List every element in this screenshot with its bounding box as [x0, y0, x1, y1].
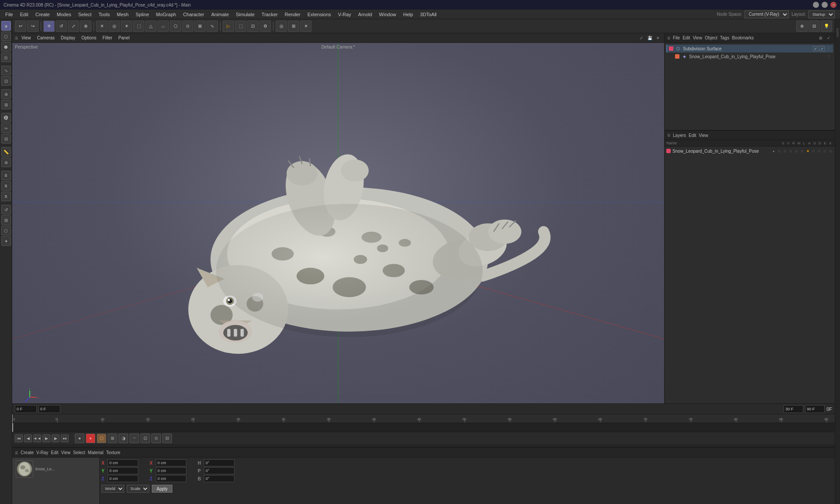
vp-menu-filter[interactable]: Filter	[100, 35, 115, 41]
vp-icon-expand[interactable]: ⤢	[638, 35, 645, 42]
layer-vis-btn[interactable]: ●	[771, 148, 776, 154]
menu-help[interactable]: Help	[399, 11, 416, 18]
cb-menu-texture[interactable]: Texture	[106, 450, 120, 455]
x-position-input[interactable]	[108, 459, 138, 466]
layers-menu-icon[interactable]: ≡	[667, 132, 670, 138]
polygon-obj-tool[interactable]: △	[145, 21, 157, 32]
rotate-tool[interactable]: ↺	[56, 21, 67, 32]
z-rotation-input[interactable]	[156, 475, 186, 482]
node-space-dropdown[interactable]: Current (V-Ray)	[745, 10, 789, 18]
generator-tool[interactable]: ⊙	[182, 21, 193, 32]
obj-menu-bookmarks[interactable]: Bookmarks	[732, 35, 754, 40]
obj-menu-object[interactable]: Object	[705, 35, 718, 40]
b-input[interactable]	[204, 475, 234, 482]
cb-menu-select[interactable]: Select	[73, 450, 85, 455]
light-tool[interactable]: ☀	[121, 21, 132, 32]
spline-tool[interactable]: ∿	[1, 66, 11, 75]
prev-frame-button[interactable]: ◀	[24, 434, 32, 442]
menu-render[interactable]: Render	[281, 11, 304, 18]
vp-menu-display[interactable]: Display	[58, 35, 78, 41]
menu-character[interactable]: Character	[179, 11, 207, 18]
vp-menu-options[interactable]: Options	[79, 35, 99, 41]
obj-icon-2[interactable]: ✓	[825, 35, 832, 42]
deformer-tool[interactable]: ⬡	[170, 21, 181, 32]
snap-button[interactable]: ⊕	[796, 21, 808, 32]
render-anim-btn[interactable]: ⊙	[151, 434, 161, 443]
camera-tool[interactable]: ◎	[108, 21, 120, 32]
go-to-end-button[interactable]: ⏭	[61, 434, 69, 442]
menu-animate[interactable]: Animate	[208, 11, 232, 18]
layer-anim-btn[interactable]: □	[799, 148, 805, 154]
start-frame-input[interactable]	[15, 405, 37, 413]
edge-mode-button[interactable]: ⬣	[1, 42, 11, 52]
star-tool[interactable]: ✦	[1, 236, 11, 246]
menu-3dtoall[interactable]: 3DToAll	[416, 11, 440, 18]
layer-ext-btn[interactable]: □	[828, 148, 833, 154]
axis-tool[interactable]: ⊕	[1, 89, 11, 99]
layer-xpr-btn[interactable]: □	[822, 148, 827, 154]
menu-edit[interactable]: Edit	[17, 11, 32, 18]
subdivision-surface-item[interactable]: ⬡ Subdivision Surface ✓ ✓ ⋮	[666, 45, 833, 52]
layers-menu-edit[interactable]: Edit	[689, 133, 696, 138]
render-active-button[interactable]: ▷	[223, 21, 234, 32]
layer-mgr-btn[interactable]: □	[788, 148, 793, 154]
cb-menu-create[interactable]: Create	[21, 450, 34, 455]
viewport-canvas[interactable]: Perspective Default Camera:*	[12, 43, 664, 403]
apply-button[interactable]: Apply	[152, 485, 172, 493]
layer-def-btn[interactable]: □	[811, 148, 816, 154]
model-mode-button[interactable]: ◈	[1, 21, 11, 31]
end-frame-input[interactable]	[38, 405, 60, 413]
knife-tool[interactable]: ✂	[1, 123, 11, 133]
timeline-ruler[interactable]: 0 5 10 15 20 25 30 35 40	[12, 414, 835, 423]
move-tool[interactable]: ✛	[43, 21, 55, 32]
menu-tracker[interactable]: Tracker	[258, 11, 281, 18]
render-settings-button[interactable]: ⚙	[259, 21, 271, 32]
viewport[interactable]: ≡ View Cameras Display Options Filter Pa…	[12, 33, 664, 403]
layers-menu-layers[interactable]: Layers	[673, 133, 686, 138]
cb-menu-view[interactable]: View	[61, 450, 71, 455]
undo-button[interactable]: ↩	[15, 21, 26, 32]
menu-simulate[interactable]: Simulate	[232, 11, 258, 18]
x-rotation-input[interactable]	[156, 459, 186, 466]
p-input[interactable]	[204, 467, 234, 474]
layer-ren-btn[interactable]: □	[782, 148, 788, 154]
align-tool[interactable]: ⊞	[1, 100, 11, 109]
menu-create[interactable]: Create	[32, 11, 53, 18]
layout-dropdown[interactable]: Startup	[808, 10, 835, 18]
motion-clip-button[interactable]: ⊞	[108, 434, 117, 443]
layer-lck-btn[interactable]: □	[794, 148, 799, 154]
keyframe-button[interactable]: ⬡	[97, 434, 106, 443]
render-region-button[interactable]: ⬚	[235, 21, 246, 32]
y-rotation-input[interactable]	[156, 467, 186, 474]
boole-tool[interactable]: ⊠	[194, 21, 206, 32]
swipe-tool[interactable]: ↺	[1, 205, 11, 214]
s-label1[interactable]: S	[1, 171, 11, 180]
y-position-input[interactable]	[108, 467, 138, 474]
subdiv-vis-checkbox[interactable]: ✓	[813, 46, 818, 51]
polygon-mode-button[interactable]: ⬡	[1, 32, 11, 41]
play-button[interactable]: ▶	[42, 434, 50, 442]
menu-arnold[interactable]: Arnold	[355, 11, 376, 18]
scale-dropdown[interactable]: Scale	[127, 485, 149, 493]
playback-extra-btn[interactable]: ⊟	[162, 434, 172, 443]
cb-menu-edit[interactable]: Edit	[51, 450, 58, 455]
end-range-input[interactable]	[805, 405, 825, 413]
menu-mesh[interactable]: Mesh	[113, 11, 132, 18]
texture-button[interactable]: ⊞	[288, 21, 299, 32]
light-icon[interactable]: 💡	[821, 21, 832, 32]
boolean-tool[interactable]: 🅑	[1, 113, 11, 122]
content-browser-menu-icon[interactable]: ≡	[15, 450, 18, 456]
record-button[interactable]: ●	[75, 434, 84, 443]
obj-icon-1[interactable]: ⊞	[817, 35, 824, 42]
nurbs-tool[interactable]: ⌓	[158, 21, 169, 32]
menu-window[interactable]: Window	[375, 11, 399, 18]
vp-menu-cameras[interactable]: Cameras	[35, 35, 58, 41]
vp-icon-save[interactable]: 💾	[646, 35, 653, 42]
loop-cut-tool[interactable]: ⊟	[1, 134, 11, 144]
null-tool[interactable]: ✕	[96, 21, 108, 32]
spline-shape-tool[interactable]: ∿	[206, 21, 218, 32]
auto-key-button[interactable]: ●	[86, 434, 95, 443]
z-position-input[interactable]	[108, 475, 138, 482]
layer-cam-btn[interactable]: □	[777, 148, 782, 154]
menu-file[interactable]: File	[2, 11, 17, 18]
